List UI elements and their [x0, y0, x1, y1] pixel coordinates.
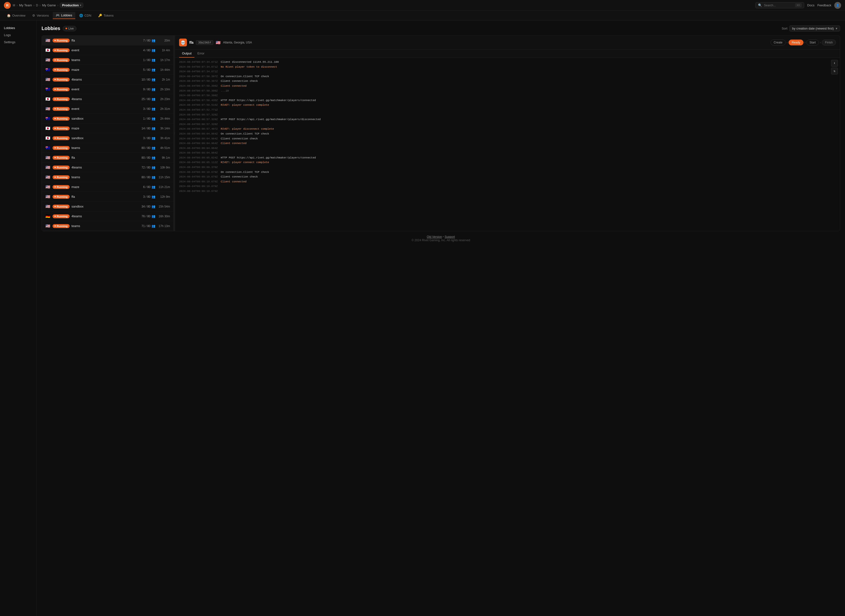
lobby-name: maze	[72, 185, 141, 189]
flag-icon: 🇺🇸	[45, 194, 51, 199]
sort-select[interactable]: by creation date (newest first) ▾	[789, 25, 840, 31]
log-timestamp: 2024-08-04T00:09:04.964Z	[179, 132, 217, 136]
status-badge: Running	[53, 97, 70, 101]
breadcrumb-m: M	[13, 4, 15, 7]
lobby-row[interactable]: 🇯🇵 Running 4teams 25 / 80 👥 2h 23m	[42, 94, 173, 104]
breadcrumb-team[interactable]: My Team	[19, 3, 32, 7]
lobby-row[interactable]: 🇺🇸 Running teams 80 / 80 👥 11h 15m	[42, 172, 173, 182]
lobby-row[interactable]: 🇦🇺 Running event 9 / 80 👥 2h 10m	[42, 85, 173, 94]
log-line: 2024-08-04T00:09:19.679Z Client connecti…	[175, 175, 840, 179]
log-message: Client connection check	[220, 79, 258, 84]
log-timestamp: 2024-08-04T00:09:19.679Z	[179, 189, 217, 194]
lobby-players: 4 / 80 👥	[143, 48, 155, 52]
search-input[interactable]	[764, 4, 793, 7]
log-timestamp: 2024-08-04T00:07:50.397Z	[179, 79, 217, 84]
live-dot	[65, 28, 67, 29]
log-timestamp: 2024-08-04T00:07:34.671Z	[179, 70, 217, 74]
flag-icon: 🇦🇺	[45, 145, 51, 150]
lobby-row[interactable]: 🇦🇺 Running teams 80 / 80 👥 4h 51m	[42, 143, 173, 153]
logo-icon: R	[4, 2, 11, 9]
lobby-players: 3 / 80 👥	[143, 195, 155, 198]
flag-icon: 🇯🇵	[45, 126, 51, 131]
log-line: 2024-08-04T00:07:34.671Z Client disconne…	[175, 60, 840, 65]
support-link[interactable]: Support	[445, 235, 455, 239]
subnav-cdn[interactable]: 🌐 CDN	[76, 12, 94, 19]
log-line: 2024-08-04T00:07:50.516Z RIVET: player c…	[175, 103, 840, 108]
pipe-step-start[interactable]: Start	[807, 40, 819, 45]
flag-icon: 🇯🇵	[45, 97, 51, 101]
log-message: RIVET: player connect complete	[220, 160, 269, 165]
lobby-row[interactable]: 🇺🇸 Running ffa 80 / 80 👥 9h 1m	[42, 153, 173, 163]
avatar[interactable]: 👤	[834, 2, 841, 9]
lobby-name: sandbox	[72, 205, 140, 208]
lobby-row[interactable]: 🇯🇵 Running sandbox 3 / 80 👥 3h 41m	[42, 133, 173, 143]
lobby-name: ffa	[72, 195, 141, 198]
search-box[interactable]: 🔍 ⌘K	[755, 2, 804, 8]
lobby-time: 2h 31m	[157, 107, 170, 111]
flag-icon: 🇺🇸	[45, 185, 51, 189]
log-line: 2024-08-04T00:09:04.964Z	[175, 151, 840, 155]
lobby-time: 11h 15m	[157, 176, 170, 179]
footer-separator: •	[443, 235, 444, 239]
log-line: 2024-08-04T00:08:57.407Z RIVET: player d…	[175, 127, 840, 132]
sidebar-item-lobbies[interactable]: Lobbies	[0, 24, 37, 31]
tab-output[interactable]: Output	[179, 50, 194, 58]
old-version-link[interactable]: Old Version	[427, 235, 442, 239]
log-download-button[interactable]: ⬇	[831, 60, 838, 67]
subnav-versions[interactable]: ⚙ Versions	[29, 12, 52, 19]
log-output[interactable]: ⬇ ⇅ 2024-08-04T00:07:34.671Z Client disc…	[175, 58, 840, 231]
status-dot	[54, 108, 56, 109]
tab-error[interactable]: Error	[194, 50, 207, 58]
status-dot	[54, 196, 56, 197]
breadcrumb-sep4: ›	[57, 3, 59, 7]
lobby-time: 15h 54m	[157, 205, 170, 208]
lobby-name: teams	[72, 146, 140, 150]
lobby-row[interactable]: 🇺🇸 Running 4teams 10 / 80 👥 2h 1m	[42, 75, 173, 85]
lobby-row[interactable]: 🇺🇸 Running sandbox 34 / 80 👥 15h 54m	[42, 202, 173, 211]
lobby-name: maze	[72, 126, 140, 130]
log-line: 2024-08-04T00:09:05.024Z HTTP POST https…	[175, 155, 840, 160]
lobby-row[interactable]: 🇯🇵 Running event 4 / 80 👥 1h 4m	[42, 45, 173, 55]
status-dot	[54, 118, 56, 119]
lobby-list: 🇺🇸 Running ffa 7 / 80 👥 20m 🇯🇵 Running e…	[42, 36, 174, 231]
docs-link[interactable]: Docs	[807, 3, 814, 7]
subnav-tokens[interactable]: 🔑 Tokens	[95, 12, 116, 19]
lobby-row[interactable]: 🇺🇸 Running teams 71 / 80 👥 17h 13m	[42, 221, 173, 231]
log-timestamp: 2024-08-04T00:09:19.679Z	[179, 170, 217, 175]
pipe-step-create[interactable]: Create	[770, 40, 786, 45]
lobby-row[interactable]: 🇺🇸 Running maze 6 / 80 👥 11h 21m	[42, 182, 173, 192]
breadcrumb-current[interactable]: Production ▾	[60, 3, 83, 8]
subnav-lobbies[interactable]: 🎮 Lobbies	[53, 12, 75, 19]
lobby-row[interactable]: 🇩🇪 Running 4teams 76 / 80 👥 16h 30m	[42, 211, 173, 221]
lobby-row[interactable]: 🇦🇺 Running sandbox 1 / 80 👥 2h 44m	[42, 114, 173, 123]
log-line: 2024-08-04T00:08:57.328Z	[175, 122, 840, 127]
lobby-name: ffa	[72, 156, 140, 160]
breadcrumb-game[interactable]: My Game	[42, 3, 56, 7]
status-badge: Running	[53, 175, 70, 179]
lobby-row[interactable]: 🇺🇸 Running teams 1 / 80 👥 1h 17m	[42, 55, 173, 65]
feedback-link[interactable]: Feedback	[817, 3, 831, 7]
lobby-row[interactable]: 🇯🇵 Running maze 14 / 80 👥 3h 14m	[42, 123, 173, 133]
lobby-time: 10h 9m	[157, 166, 170, 169]
sidebar-item-settings[interactable]: Settings	[0, 38, 37, 45]
lobby-time: 1h 4m	[157, 48, 170, 52]
lobby-time: 9h 1m	[157, 156, 170, 160]
status-dot	[54, 128, 56, 129]
pipe-step-finish[interactable]: Finish	[822, 40, 836, 45]
sidebar-item-logs[interactable]: Logs	[0, 31, 37, 38]
log-line: 2024-08-04T00:07:50.398Z	[175, 93, 840, 98]
log-line: 2024-08-04T00:09:19.679Z Client connecte…	[175, 179, 840, 184]
subnav-overview[interactable]: 🏠 Overview	[4, 12, 28, 19]
lobby-row[interactable]: 🇺🇸 Running ffa 7 / 80 👥 20m	[42, 36, 173, 45]
sidebar: Lobbies Logs Settings	[0, 21, 37, 616]
lobby-row[interactable]: 🇺🇸 Running 4teams 72 / 80 👥 10h 9m	[42, 163, 173, 172]
pipe-step-ready[interactable]: Ready	[789, 40, 804, 45]
flag-icon: 🇯🇵	[45, 136, 51, 140]
lobby-row[interactable]: 🇦🇺 Running maze 5 / 80 👥 1h 44m	[42, 65, 173, 75]
log-scroll-button[interactable]: ⇅	[831, 67, 838, 75]
status-dot	[54, 50, 56, 51]
log-line: 2024-08-04T00:07:50.435Z HTTP POST https…	[175, 98, 840, 103]
lobby-row[interactable]: 🇺🇸 Running ffa 3 / 80 👥 12h 9m	[42, 192, 173, 202]
lobby-name: event	[72, 107, 141, 111]
lobby-row[interactable]: 🇺🇸 Running event 3 / 80 👥 2h 31m	[42, 104, 173, 114]
